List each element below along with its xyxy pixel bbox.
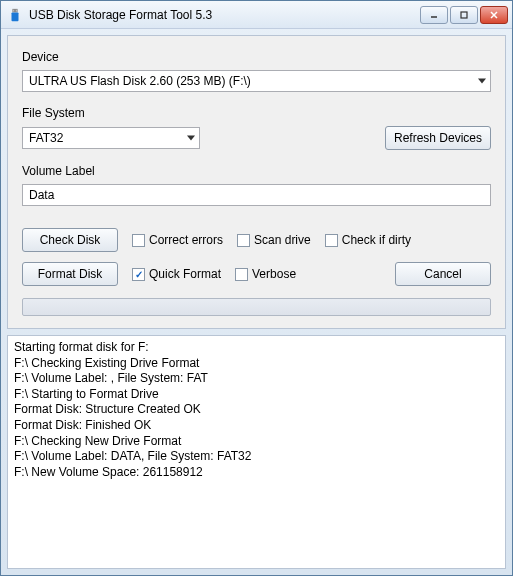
scan-drive-label: Scan drive xyxy=(254,233,311,247)
titlebar[interactable]: USB Disk Storage Format Tool 5.3 xyxy=(1,1,512,29)
checkbox-icon xyxy=(325,234,338,247)
window-controls xyxy=(420,6,508,24)
correct-errors-label: Correct errors xyxy=(149,233,223,247)
cancel-button[interactable]: Cancel xyxy=(395,262,491,286)
chevron-down-icon xyxy=(478,79,486,84)
app-window: USB Disk Storage Format Tool 5.3 Device … xyxy=(0,0,513,576)
verbose-checkbox[interactable]: Verbose xyxy=(235,267,296,281)
svg-rect-0 xyxy=(12,8,17,12)
verbose-label: Verbose xyxy=(252,267,296,281)
check-if-dirty-checkbox[interactable]: Check if dirty xyxy=(325,233,411,247)
quick-format-label: Quick Format xyxy=(149,267,221,281)
progress-bar xyxy=(22,298,491,316)
check-if-dirty-label: Check if dirty xyxy=(342,233,411,247)
device-label: Device xyxy=(22,50,491,64)
scan-drive-checkbox[interactable]: Scan drive xyxy=(237,233,311,247)
checkbox-icon xyxy=(132,234,145,247)
svg-rect-3 xyxy=(16,9,17,11)
svg-rect-1 xyxy=(12,12,19,21)
filesystem-selected: FAT32 xyxy=(29,131,63,145)
checkbox-icon xyxy=(237,234,250,247)
close-button[interactable] xyxy=(480,6,508,24)
volume-label-label: Volume Label xyxy=(22,164,491,178)
window-title: USB Disk Storage Format Tool 5.3 xyxy=(29,8,420,22)
device-dropdown[interactable]: ULTRA US Flash Disk 2.60 (253 MB) (F:\) xyxy=(22,70,491,92)
checkbox-checked-icon: ✓ xyxy=(132,268,145,281)
quick-format-checkbox[interactable]: ✓ Quick Format xyxy=(132,267,221,281)
correct-errors-checkbox[interactable]: Correct errors xyxy=(132,233,223,247)
usb-disk-icon xyxy=(7,7,23,23)
filesystem-label: File System xyxy=(22,106,491,120)
minimize-button[interactable] xyxy=(420,6,448,24)
maximize-button[interactable] xyxy=(450,6,478,24)
volume-label-input-wrap xyxy=(22,184,491,206)
volume-label-input[interactable] xyxy=(29,188,484,202)
refresh-devices-button[interactable]: Refresh Devices xyxy=(385,126,491,150)
filesystem-dropdown[interactable]: FAT32 xyxy=(22,127,200,149)
chevron-down-icon xyxy=(187,136,195,141)
checkbox-icon xyxy=(235,268,248,281)
device-selected: ULTRA US Flash Disk 2.60 (253 MB) (F:\) xyxy=(29,74,251,88)
check-disk-button[interactable]: Check Disk xyxy=(22,228,118,252)
client-area: Device ULTRA US Flash Disk 2.60 (253 MB)… xyxy=(1,29,512,575)
format-disk-button[interactable]: Format Disk xyxy=(22,262,118,286)
main-panel: Device ULTRA US Flash Disk 2.60 (253 MB)… xyxy=(7,35,506,329)
log-output[interactable]: Starting format disk for F: F:\ Checking… xyxy=(7,335,506,569)
svg-rect-5 xyxy=(461,12,467,18)
svg-rect-2 xyxy=(13,9,14,11)
